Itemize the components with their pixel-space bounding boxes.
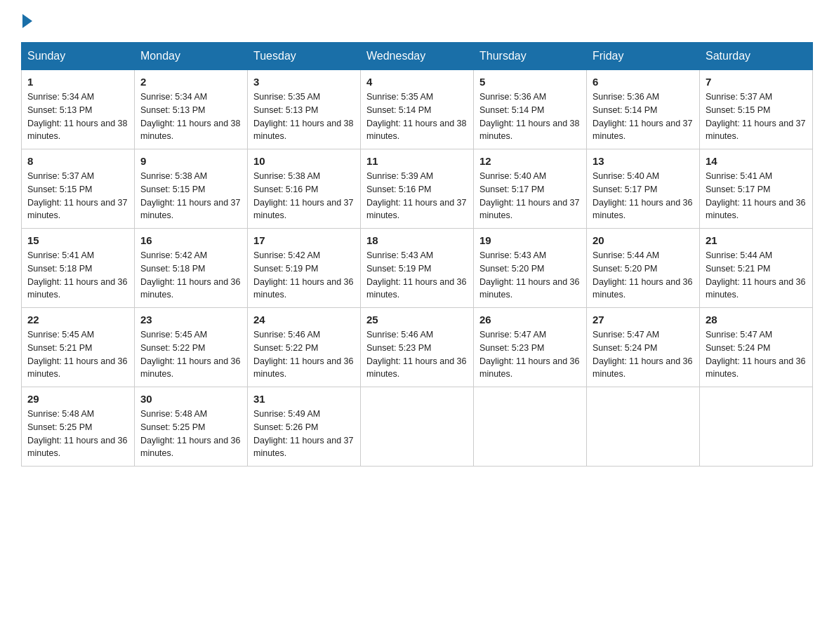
sunset-label: Sunset: (27, 105, 57, 115)
day-cell: 20 Sunrise: 5:44 AM Sunset: 5:20 PM Dayl… (587, 229, 700, 308)
col-header-tuesday: Tuesday (248, 43, 361, 70)
sunset-label: Sunset: (706, 264, 735, 274)
daylight-label: Daylight: (253, 198, 288, 208)
sunset-label: Sunset: (253, 264, 283, 274)
day-number: 1 (27, 76, 128, 88)
day-info: Sunrise: 5:47 AM Sunset: 5:24 PM Dayligh… (593, 328, 694, 381)
daylight-label: Daylight: (140, 356, 175, 366)
sunset-label: Sunset: (27, 422, 57, 432)
day-info: Sunrise: 5:38 AM Sunset: 5:16 PM Dayligh… (253, 170, 355, 222)
sunset-label: Sunset: (140, 264, 170, 274)
sunset-label: Sunset: (140, 185, 170, 194)
col-header-thursday: Thursday (474, 43, 587, 70)
day-number: 27 (593, 314, 694, 326)
day-info: Sunrise: 5:49 AM Sunset: 5:26 PM Dayligh… (253, 408, 355, 460)
sunset-label: Sunset: (253, 185, 283, 194)
daylight-label: Daylight: (253, 119, 288, 128)
calendar-table: SundayMondayTuesdayWednesdayThursdayFrid… (21, 42, 813, 467)
sunrise-label: Sunrise: (593, 330, 625, 340)
day-number: 12 (479, 155, 581, 167)
day-number: 14 (706, 155, 807, 167)
sunset-label: Sunset: (479, 105, 509, 115)
sunrise-label: Sunrise: (366, 250, 399, 260)
col-header-monday: Monday (135, 43, 248, 70)
daylight-label: Daylight: (479, 198, 514, 208)
sunrise-label: Sunrise: (140, 92, 173, 102)
day-number: 10 (253, 155, 355, 167)
sunrise-label: Sunrise: (706, 250, 738, 260)
day-cell: 27 Sunrise: 5:47 AM Sunset: 5:24 PM Dayl… (587, 308, 700, 387)
day-info: Sunrise: 5:40 AM Sunset: 5:17 PM Dayligh… (479, 170, 581, 222)
sunset-label: Sunset: (27, 185, 57, 194)
day-info: Sunrise: 5:47 AM Sunset: 5:23 PM Dayligh… (479, 328, 581, 381)
day-info: Sunrise: 5:34 AM Sunset: 5:13 PM Dayligh… (140, 90, 241, 143)
sunset-label: Sunset: (593, 185, 622, 194)
sunrise-label: Sunrise: (593, 171, 625, 181)
week-row-1: 1 Sunrise: 5:34 AM Sunset: 5:13 PM Dayli… (22, 70, 813, 149)
sunrise-label: Sunrise: (253, 330, 286, 340)
day-number: 7 (706, 76, 807, 88)
day-cell: 5 Sunrise: 5:36 AM Sunset: 5:14 PM Dayli… (474, 70, 587, 149)
day-info: Sunrise: 5:48 AM Sunset: 5:25 PM Dayligh… (140, 408, 241, 460)
col-header-wednesday: Wednesday (361, 43, 474, 70)
sunrise-label: Sunrise: (140, 171, 173, 181)
day-cell: 26 Sunrise: 5:47 AM Sunset: 5:23 PM Dayl… (474, 308, 587, 387)
day-info: Sunrise: 5:47 AM Sunset: 5:24 PM Dayligh… (706, 328, 807, 381)
logo (21, 14, 34, 28)
day-number: 6 (593, 76, 694, 88)
day-number: 17 (253, 234, 355, 246)
sunrise-label: Sunrise: (253, 250, 286, 260)
sunrise-label: Sunrise: (479, 171, 512, 181)
sunset-label: Sunset: (706, 105, 735, 115)
day-cell: 21 Sunrise: 5:44 AM Sunset: 5:21 PM Dayl… (700, 229, 813, 308)
daylight-label: Daylight: (140, 119, 175, 128)
daylight-label: Daylight: (706, 198, 740, 208)
day-cell: 3 Sunrise: 5:35 AM Sunset: 5:13 PM Dayli… (248, 70, 361, 149)
daylight-label: Daylight: (27, 198, 62, 208)
day-number: 16 (140, 234, 241, 246)
day-number: 23 (140, 314, 241, 326)
day-info: Sunrise: 5:43 AM Sunset: 5:20 PM Dayligh… (479, 249, 581, 302)
day-cell: 22 Sunrise: 5:45 AM Sunset: 5:21 PM Dayl… (22, 308, 135, 387)
day-info: Sunrise: 5:41 AM Sunset: 5:18 PM Dayligh… (27, 249, 128, 302)
day-number: 29 (27, 393, 128, 405)
day-info: Sunrise: 5:46 AM Sunset: 5:22 PM Dayligh… (253, 328, 355, 381)
day-number: 11 (366, 155, 468, 167)
week-row-3: 15 Sunrise: 5:41 AM Sunset: 5:18 PM Dayl… (22, 229, 813, 308)
sunrise-label: Sunrise: (253, 92, 286, 102)
day-cell: 10 Sunrise: 5:38 AM Sunset: 5:16 PM Dayl… (248, 149, 361, 229)
day-number: 8 (27, 155, 128, 167)
sunrise-label: Sunrise: (479, 250, 512, 260)
sunset-label: Sunset: (366, 343, 396, 353)
sunrise-label: Sunrise: (706, 330, 738, 340)
day-info: Sunrise: 5:35 AM Sunset: 5:13 PM Dayligh… (253, 90, 355, 143)
sunset-label: Sunset: (479, 264, 509, 274)
sunrise-label: Sunrise: (593, 250, 625, 260)
daylight-label: Daylight: (479, 356, 514, 366)
sunrise-label: Sunrise: (366, 330, 399, 340)
day-number: 18 (366, 234, 468, 246)
daylight-label: Daylight: (479, 119, 514, 128)
day-info: Sunrise: 5:46 AM Sunset: 5:23 PM Dayligh… (366, 328, 468, 381)
page-header (21, 14, 813, 28)
day-cell: 12 Sunrise: 5:40 AM Sunset: 5:17 PM Dayl… (474, 149, 587, 229)
daylight-label: Daylight: (366, 356, 401, 366)
day-number: 19 (479, 234, 581, 246)
day-cell: 23 Sunrise: 5:45 AM Sunset: 5:22 PM Dayl… (135, 308, 248, 387)
day-cell: 11 Sunrise: 5:39 AM Sunset: 5:16 PM Dayl… (361, 149, 474, 229)
col-header-saturday: Saturday (700, 43, 813, 70)
day-cell: 15 Sunrise: 5:41 AM Sunset: 5:18 PM Dayl… (22, 229, 135, 308)
day-number: 24 (253, 314, 355, 326)
sunset-label: Sunset: (366, 185, 396, 194)
daylight-label: Daylight: (140, 436, 175, 445)
day-cell: 2 Sunrise: 5:34 AM Sunset: 5:13 PM Dayli… (135, 70, 248, 149)
day-cell: 1 Sunrise: 5:34 AM Sunset: 5:13 PM Dayli… (22, 70, 135, 149)
sunset-label: Sunset: (593, 343, 622, 353)
daylight-label: Daylight: (706, 356, 740, 366)
day-cell (587, 387, 700, 467)
day-cell: 7 Sunrise: 5:37 AM Sunset: 5:15 PM Dayli… (700, 70, 813, 149)
day-cell: 30 Sunrise: 5:48 AM Sunset: 5:25 PM Dayl… (135, 387, 248, 467)
col-header-sunday: Sunday (22, 43, 135, 70)
day-number: 4 (366, 76, 468, 88)
sunset-label: Sunset: (140, 343, 170, 353)
